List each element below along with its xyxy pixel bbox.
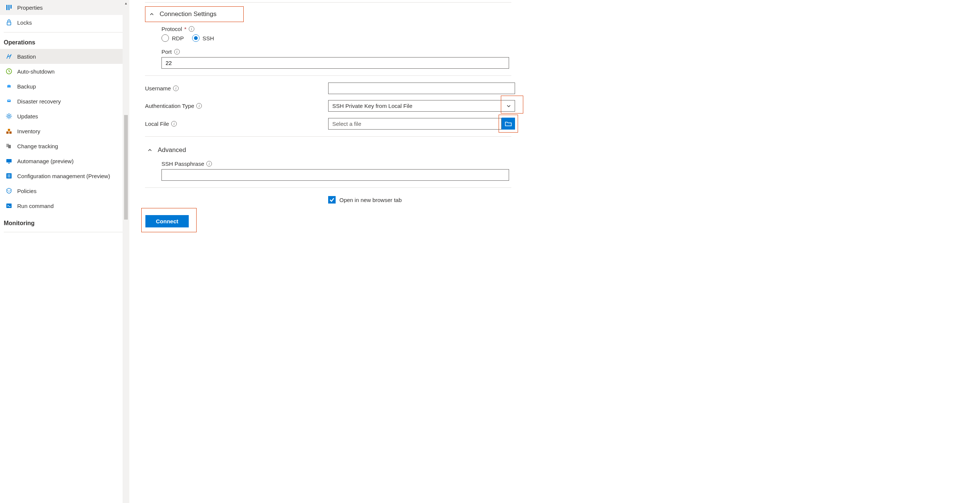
auth-type-value: SSH Private Key from Local File <box>332 103 412 109</box>
gear-icon <box>5 113 13 120</box>
automanage-icon <box>5 157 13 165</box>
sidebar-item-label: Change tracking <box>17 143 58 149</box>
divider <box>145 75 511 76</box>
scroll-thumb[interactable] <box>124 115 128 220</box>
sidebar-item-label: Bastion <box>17 53 36 60</box>
divider <box>145 187 511 188</box>
svg-rect-18 <box>8 129 10 131</box>
sidebar-item-label: Disaster recovery <box>17 98 61 105</box>
sidebar-item-label: Auto-shutdown <box>17 68 54 75</box>
run-command-icon <box>5 202 13 209</box>
sidebar-item-properties[interactable]: Properties <box>0 0 129 15</box>
sidebar-item-backup[interactable]: Backup <box>0 79 129 94</box>
svg-rect-17 <box>10 132 11 134</box>
info-icon[interactable]: i <box>171 121 177 127</box>
top-divider <box>145 2 511 3</box>
local-file-display: Select a file <box>328 118 501 130</box>
sidebar-item-label: Automanage (preview) <box>17 158 74 164</box>
sidebar-item-locks[interactable]: Locks <box>0 15 129 30</box>
ssh-passphrase-label: SSH Passphrase <box>161 160 204 167</box>
svg-rect-20 <box>8 145 11 148</box>
connect-button[interactable]: Connect <box>145 215 189 227</box>
divider <box>4 232 126 232</box>
info-icon[interactable]: i <box>196 103 202 109</box>
chevron-up-icon <box>147 148 153 153</box>
svg-line-14 <box>7 117 8 118</box>
sidebar-item-auto-shutdown[interactable]: Auto-shutdown <box>0 64 129 79</box>
sidebar-item-label: Backup <box>17 83 36 90</box>
main-panel: Connection Settings Protocol * i RDP SSH… <box>129 0 980 503</box>
divider <box>145 136 511 136</box>
sidebar-item-run-command[interactable]: Run command <box>0 198 129 213</box>
svg-line-13 <box>11 117 11 118</box>
sidebar-item-inventory[interactable]: Inventory <box>0 124 129 138</box>
ssh-passphrase-input[interactable] <box>161 169 509 181</box>
section-header-operations: Operations <box>0 32 129 49</box>
local-file-placeholder: Select a file <box>332 121 361 127</box>
required-asterisk: * <box>184 26 186 32</box>
info-icon[interactable]: i <box>174 49 180 54</box>
open-new-tab-checkbox[interactable] <box>328 196 336 203</box>
advanced-title: Advanced <box>158 146 186 154</box>
connect-highlight: Connect <box>141 208 197 232</box>
bastion-icon <box>5 52 13 60</box>
protocol-radio-rdp[interactable]: RDP <box>161 34 184 42</box>
svg-point-28 <box>10 190 11 191</box>
sidebar: Properties Locks Operations Bastion Auto… <box>0 0 129 503</box>
chevron-up-icon <box>149 11 154 17</box>
connection-settings-header[interactable]: Connection Settings <box>145 6 244 22</box>
lock-icon <box>5 19 13 26</box>
svg-rect-0 <box>6 5 8 10</box>
svg-rect-3 <box>7 22 11 25</box>
backup-icon <box>5 83 13 90</box>
username-input[interactable] <box>328 83 515 94</box>
svg-point-27 <box>8 190 8 191</box>
svg-point-5 <box>7 85 11 87</box>
protocol-radio-ssh[interactable]: SSH <box>192 34 214 42</box>
sidebar-item-bastion[interactable]: Bastion <box>0 49 129 64</box>
change-tracking-icon <box>5 142 13 150</box>
sidebar-item-label: Inventory <box>17 128 40 135</box>
connection-settings-title: Connection Settings <box>160 11 216 18</box>
svg-rect-21 <box>6 159 11 162</box>
sidebar-item-label: Properties <box>17 5 43 11</box>
auth-type-label: Authentication Type <box>145 103 194 109</box>
username-label: Username <box>145 85 171 92</box>
radio-label: SSH <box>202 35 214 41</box>
sidebar-item-label: Run command <box>17 203 54 209</box>
svg-point-29 <box>9 191 10 192</box>
sidebar-item-label: Configuration management (Preview) <box>17 173 110 179</box>
info-icon[interactable]: i <box>173 86 179 91</box>
sidebar-item-policies[interactable]: Policies <box>0 183 129 198</box>
sidebar-item-label: Updates <box>17 113 38 119</box>
port-label: Port <box>161 49 172 55</box>
browse-file-button[interactable] <box>501 117 515 130</box>
svg-line-15 <box>11 114 11 115</box>
advanced-header[interactable]: Advanced <box>145 143 191 157</box>
svg-line-12 <box>7 114 8 115</box>
clock-icon <box>5 68 13 75</box>
sidebar-item-updates[interactable]: Updates <box>0 109 129 124</box>
port-input[interactable] <box>161 57 509 69</box>
properties-icon <box>5 4 13 11</box>
svg-rect-2 <box>11 5 11 9</box>
svg-point-7 <box>8 115 10 117</box>
sidebar-item-change-tracking[interactable]: Change tracking <box>0 138 129 154</box>
disaster-recovery-icon <box>5 97 13 105</box>
inventory-icon <box>5 127 13 135</box>
radio-label: RDP <box>172 35 184 41</box>
sidebar-scrollbar[interactable]: ▲ <box>123 0 129 503</box>
config-mgmt-icon <box>5 172 13 179</box>
local-file-label: Local File <box>145 121 169 127</box>
auth-type-select[interactable]: SSH Private Key from Local File <box>328 100 515 112</box>
info-icon[interactable]: i <box>206 161 212 167</box>
policies-icon <box>5 187 13 195</box>
info-icon[interactable]: i <box>189 26 194 32</box>
sidebar-item-automanage[interactable]: Automanage (preview) <box>0 154 129 168</box>
sidebar-item-config-mgmt[interactable]: Configuration management (Preview) <box>0 168 129 183</box>
svg-rect-22 <box>8 163 10 163</box>
svg-rect-1 <box>9 5 10 10</box>
scroll-up-arrow[interactable]: ▲ <box>123 0 129 7</box>
sidebar-item-disaster-recovery[interactable]: Disaster recovery <box>0 94 129 109</box>
section-header-monitoring: Monitoring <box>0 213 129 230</box>
